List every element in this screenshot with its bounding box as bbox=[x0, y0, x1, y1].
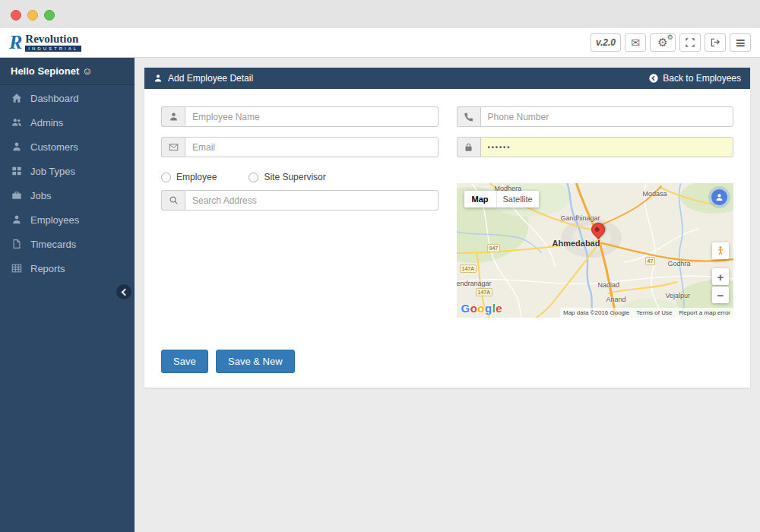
map-label: Nadiad bbox=[598, 281, 620, 289]
search-address-input[interactable] bbox=[185, 190, 439, 211]
logout-button[interactable] bbox=[705, 33, 726, 52]
google-map[interactable]: Modhera Modasa Gandhinagar Ahmedabad God… bbox=[457, 183, 734, 318]
sidebar-item-label: Dashboard bbox=[30, 93, 79, 104]
briefcase-icon bbox=[11, 190, 23, 201]
close-window-button[interactable] bbox=[11, 10, 21, 21]
sidebar-item-label: Job Types bbox=[30, 166, 75, 177]
email-group bbox=[161, 137, 439, 157]
form-right-column: Modhera Modasa Gandhinagar Ahmedabad God… bbox=[457, 106, 734, 318]
messages-button[interactable]: ✉ bbox=[625, 33, 646, 52]
sidebar-item-label: Timecards bbox=[30, 239, 76, 250]
panel-title-wrap: Add Employee Detail bbox=[154, 73, 253, 84]
search-address-group bbox=[161, 190, 439, 211]
employee-name-input[interactable] bbox=[185, 106, 439, 127]
radio-site-supervisor-label: Site Supervisor bbox=[264, 172, 325, 182]
road-badge: 147A bbox=[460, 264, 477, 273]
menu-toggle-button[interactable]: ≡ bbox=[730, 33, 751, 52]
sidebar-item-label: Reports bbox=[30, 263, 65, 274]
map-label: Anand bbox=[606, 296, 626, 303]
header-toolbar: v.2.0 ✉ ⚙⚙ ≡ bbox=[587, 33, 751, 52]
user-icon bbox=[154, 74, 163, 83]
radio-employee[interactable]: Employee bbox=[161, 172, 217, 182]
map-label: Modasa bbox=[643, 190, 667, 198]
grid-icon bbox=[11, 166, 23, 176]
sidebar-item-customers[interactable]: Customers bbox=[0, 135, 135, 159]
maximize-window-button[interactable] bbox=[44, 10, 55, 21]
sidebar-item-dashboard[interactable]: Dashboard bbox=[0, 86, 135, 110]
user-icon bbox=[161, 106, 185, 127]
sidebar-collapse-button[interactable] bbox=[116, 284, 131, 299]
form-actions: Save Save & New bbox=[161, 350, 733, 389]
password-group bbox=[457, 137, 734, 157]
sidebar-item-label: Employees bbox=[30, 214, 79, 226]
sidebar: Hello Sepionet ☺ Dashboard Admins Custom… bbox=[0, 58, 135, 532]
panel-title: Add Employee Detail bbox=[168, 73, 253, 84]
back-to-employees-link[interactable]: Back to Employees bbox=[648, 73, 741, 84]
hamburger-icon: ≡ bbox=[735, 35, 746, 50]
email-input[interactable] bbox=[185, 137, 439, 157]
envelope-icon: ✉ bbox=[631, 36, 640, 49]
file-icon bbox=[11, 239, 23, 249]
version-badge: v.2.0 bbox=[591, 33, 621, 52]
sidebar-item-employees[interactable]: Employees bbox=[0, 207, 135, 232]
report-map-error-link[interactable]: Report a map error bbox=[679, 309, 730, 316]
zoom-in-button[interactable]: + bbox=[712, 268, 729, 285]
zoom-out-button[interactable]: − bbox=[712, 287, 729, 303]
sidebar-item-label: Customers bbox=[30, 141, 78, 153]
sidebar-item-reports[interactable]: Reports bbox=[0, 256, 135, 280]
map-type-controls: Map Satellite bbox=[464, 191, 539, 207]
road-badge: 147A bbox=[476, 288, 492, 296]
road-badge: 947 bbox=[487, 244, 501, 252]
pegman-control[interactable] bbox=[712, 242, 729, 259]
user-icon bbox=[11, 214, 23, 225]
panel-header: Add Employee Detail Back to Employees bbox=[144, 68, 750, 89]
role-radios: Employee Site Supervisor bbox=[161, 169, 439, 185]
brand-logo[interactable]: R Revolution INDUSTRIAL bbox=[9, 33, 81, 52]
lock-icon bbox=[457, 137, 480, 157]
user-icon bbox=[714, 192, 724, 202]
back-link-label: Back to Employees bbox=[663, 73, 741, 84]
user-greeting: Hello Sepionet ☺ bbox=[0, 58, 135, 85]
add-employee-panel: Add Employee Detail Back to Employees bbox=[144, 68, 750, 388]
sidebar-item-job-types[interactable]: Job Types bbox=[0, 159, 135, 183]
map-label: Ahmedabad bbox=[553, 239, 600, 248]
window-controls bbox=[11, 10, 55, 21]
logo-mark: R bbox=[9, 33, 22, 52]
map-account-button[interactable] bbox=[711, 189, 727, 205]
fullscreen-button[interactable] bbox=[679, 33, 701, 52]
save-and-new-button[interactable]: Save & New bbox=[216, 350, 295, 373]
settings-button[interactable]: ⚙⚙ bbox=[650, 33, 676, 52]
users-icon bbox=[11, 117, 23, 128]
main-content: Add Employee Detail Back to Employees bbox=[135, 58, 760, 532]
sign-out-icon bbox=[710, 37, 720, 48]
chevron-left-icon bbox=[121, 288, 128, 296]
sidebar-nav: Dashboard Admins Customers Job Types Job… bbox=[0, 85, 135, 280]
map-type-satellite-button[interactable]: Satellite bbox=[496, 191, 539, 207]
table-icon bbox=[11, 263, 23, 274]
sidebar-item-jobs[interactable]: Jobs bbox=[0, 183, 135, 207]
envelope-icon bbox=[161, 137, 185, 157]
map-attribution: Map data ©2016 Google Terms of Use Repor… bbox=[560, 308, 733, 318]
sidebar-item-admins[interactable]: Admins bbox=[0, 110, 135, 135]
app-header: R Revolution INDUSTRIAL v.2.0 ✉ ⚙⚙ ≡ bbox=[0, 28, 760, 58]
expand-icon bbox=[685, 37, 695, 48]
map-label: Surendranagar bbox=[457, 280, 492, 287]
google-logo[interactable]: Google bbox=[461, 302, 503, 315]
sidebar-item-timecards[interactable]: Timecards bbox=[0, 232, 135, 256]
employee-name-group bbox=[161, 106, 439, 127]
radio-employee-label: Employee bbox=[176, 172, 217, 182]
save-button[interactable]: Save bbox=[161, 350, 208, 373]
panel-body: Employee Site Supervisor bbox=[144, 89, 750, 389]
map-type-map-button[interactable]: Map bbox=[464, 191, 496, 207]
password-input[interactable] bbox=[480, 137, 734, 157]
terms-of-use-link[interactable]: Terms of Use bbox=[636, 309, 672, 316]
search-icon bbox=[161, 190, 185, 211]
phone-input[interactable] bbox=[480, 106, 734, 127]
phone-icon bbox=[457, 106, 480, 127]
minimize-window-button[interactable] bbox=[27, 10, 38, 21]
logo-subtext: INDUSTRIAL bbox=[25, 46, 81, 52]
map-label: Gandhinagar bbox=[561, 214, 600, 222]
radio-site-supervisor[interactable]: Site Supervisor bbox=[249, 172, 325, 182]
map-label: Godhra bbox=[668, 260, 691, 268]
radio-circle-icon bbox=[249, 173, 258, 182]
